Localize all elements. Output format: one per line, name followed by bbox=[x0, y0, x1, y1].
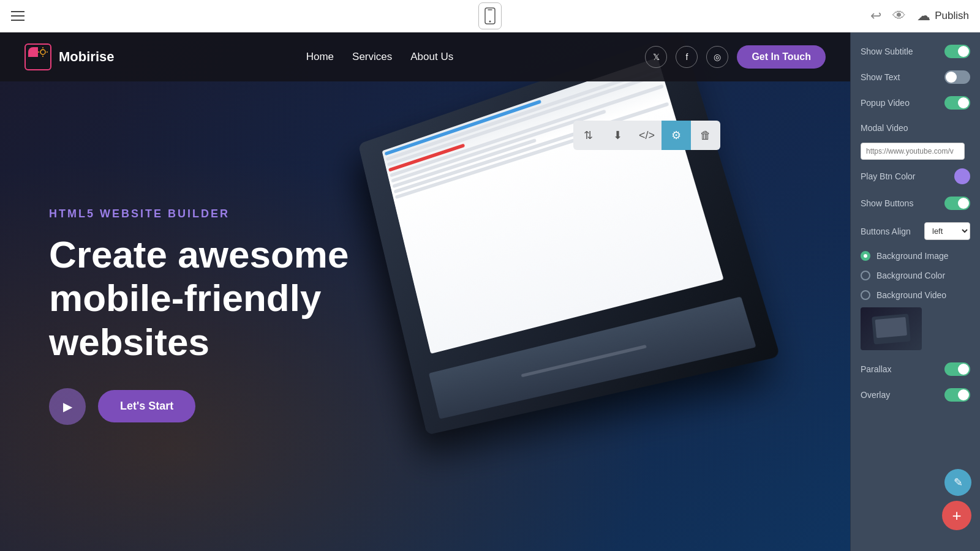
bg-color-label: Background Color bbox=[876, 271, 945, 280]
edit-fab-button[interactable]: ✎ bbox=[944, 469, 971, 496]
buttons-align-select[interactable]: left center right bbox=[924, 222, 970, 240]
logo-icon bbox=[24, 43, 51, 70]
bg-thumbnail bbox=[861, 307, 922, 350]
site-nav-right: 𝕏 f ◎ Get In Touch bbox=[645, 45, 826, 69]
twitter-icon[interactable]: 𝕏 bbox=[645, 46, 667, 68]
modal-video-label: Modal Video bbox=[861, 123, 908, 133]
hero-title-line1: Create awesome bbox=[49, 233, 349, 276]
bg-image-radio[interactable] bbox=[861, 251, 870, 261]
popup-video-row: Popup Video bbox=[851, 90, 980, 116]
settings-panel: Show Subtitle Show Text Popup Video Moda… bbox=[850, 32, 980, 551]
preview-icon[interactable]: 👁 bbox=[892, 8, 906, 24]
play-icon: ▶ bbox=[63, 399, 72, 414]
bg-video-label: Background Video bbox=[876, 290, 946, 300]
bg-thumb-inner bbox=[861, 307, 922, 350]
overlay-toggle[interactable] bbox=[944, 388, 970, 402]
undo-icon[interactable]: ↩ bbox=[870, 8, 881, 24]
hero-content: HTML5 WEBSITE BUILDER Create awesome mob… bbox=[49, 208, 478, 425]
play-btn-color-row: Play Btn Color bbox=[851, 162, 980, 190]
publish-button[interactable]: ☁ Publish bbox=[917, 8, 969, 24]
keyboard-spacebar bbox=[521, 345, 647, 377]
show-subtitle-label: Show Subtitle bbox=[861, 47, 913, 56]
site-logo-text: Mobirise bbox=[59, 49, 114, 65]
bg-video-row: Background Video bbox=[851, 285, 980, 305]
plus-icon: + bbox=[952, 506, 961, 525]
bg-image-label: Background Image bbox=[876, 251, 949, 261]
hamburger-menu-icon[interactable] bbox=[11, 11, 24, 21]
show-text-label: Show Text bbox=[861, 72, 900, 82]
top-bar: ↩ 👁 ☁ Publish bbox=[0, 0, 980, 32]
popup-video-toggle[interactable] bbox=[944, 96, 970, 110]
settings-toolbar-button[interactable]: ⚙ bbox=[662, 121, 691, 150]
play-btn-color-swatch[interactable] bbox=[954, 168, 970, 184]
website-preview: Mobirise Home Services About Us 𝕏 f ◎ Ge… bbox=[0, 32, 850, 551]
buttons-align-row: Buttons Align left center right bbox=[851, 216, 980, 246]
buttons-align-label: Buttons Align bbox=[861, 227, 911, 236]
publish-label: Publish bbox=[935, 10, 969, 22]
add-fab-button[interactable]: + bbox=[942, 501, 971, 530]
nav-home[interactable]: Home bbox=[306, 51, 334, 63]
parallax-label: Parallax bbox=[861, 364, 892, 374]
pencil-icon: ✎ bbox=[954, 476, 963, 489]
svg-point-1 bbox=[489, 21, 491, 23]
cloud-upload-icon: ☁ bbox=[917, 8, 930, 24]
play-video-button[interactable]: ▶ bbox=[49, 388, 86, 425]
modal-video-row: Modal Video bbox=[851, 116, 980, 140]
bg-video-radio[interactable] bbox=[861, 290, 870, 300]
show-text-row: Show Text bbox=[851, 64, 980, 90]
top-bar-left bbox=[11, 11, 24, 21]
section-toolbar: ⇅ ⬇ </> ⚙ 🗑 bbox=[573, 121, 720, 150]
modal-video-input[interactable] bbox=[861, 143, 965, 160]
play-btn-color-label: Play Btn Color bbox=[861, 171, 915, 181]
sort-toolbar-button[interactable]: ⇅ bbox=[573, 121, 603, 150]
facebook-icon[interactable]: f bbox=[676, 46, 698, 68]
hero-subtitle: HTML5 WEBSITE BUILDER bbox=[49, 208, 478, 220]
hero-title-line2: mobile-friendly websites bbox=[49, 277, 321, 362]
show-subtitle-row: Show Subtitle bbox=[851, 39, 980, 64]
bg-color-radio[interactable] bbox=[861, 271, 870, 280]
code-icon: </> bbox=[639, 129, 655, 142]
lets-start-button[interactable]: Let's Start bbox=[98, 390, 195, 422]
show-buttons-toggle[interactable] bbox=[944, 197, 970, 210]
show-buttons-row: Show Buttons bbox=[851, 190, 980, 216]
code-toolbar-button[interactable]: </> bbox=[632, 121, 662, 150]
nav-services[interactable]: Services bbox=[352, 51, 392, 63]
top-bar-right: ↩ 👁 ☁ Publish bbox=[870, 8, 969, 24]
panel-bottom-spacer bbox=[851, 408, 980, 432]
hero-section: Mobirise Home Services About Us 𝕏 f ◎ Ge… bbox=[0, 32, 850, 551]
site-logo: Mobirise bbox=[24, 43, 114, 70]
main-area: Mobirise Home Services About Us 𝕏 f ◎ Ge… bbox=[0, 32, 980, 551]
show-subtitle-toggle[interactable] bbox=[944, 45, 970, 58]
popup-video-label: Popup Video bbox=[861, 98, 910, 108]
nav-about[interactable]: About Us bbox=[410, 51, 453, 63]
site-navbar: Mobirise Home Services About Us 𝕏 f ◎ Ge… bbox=[0, 32, 850, 81]
hero-title: Create awesome mobile-friendly websites bbox=[49, 233, 478, 364]
sort-icon: ⇅ bbox=[584, 129, 593, 142]
get-in-touch-button[interactable]: Get In Touch bbox=[737, 45, 826, 69]
bg-color-row: Background Color bbox=[851, 266, 980, 285]
show-text-toggle[interactable] bbox=[944, 70, 970, 84]
overlay-row: Overlay bbox=[851, 382, 980, 408]
site-nav-links: Home Services About Us bbox=[306, 51, 453, 63]
mobile-preview-button[interactable] bbox=[478, 2, 502, 29]
download-icon: ⬇ bbox=[613, 129, 622, 142]
overlay-label: Overlay bbox=[861, 390, 890, 400]
parallax-toggle[interactable] bbox=[944, 362, 970, 376]
trash-icon: 🗑 bbox=[700, 129, 711, 142]
bg-image-row: Background Image bbox=[851, 246, 980, 266]
top-bar-center bbox=[478, 2, 502, 29]
hero-buttons: ▶ Let's Start bbox=[49, 388, 478, 425]
show-buttons-label: Show Buttons bbox=[861, 198, 913, 208]
svg-point-3 bbox=[40, 50, 45, 54]
gear-icon: ⚙ bbox=[671, 129, 681, 142]
instagram-icon[interactable]: ◎ bbox=[706, 46, 728, 68]
parallax-row: Parallax bbox=[851, 356, 980, 382]
bg-thumb-laptop bbox=[872, 313, 911, 344]
download-toolbar-button[interactable]: ⬇ bbox=[603, 121, 632, 150]
delete-toolbar-button[interactable]: 🗑 bbox=[691, 121, 720, 150]
